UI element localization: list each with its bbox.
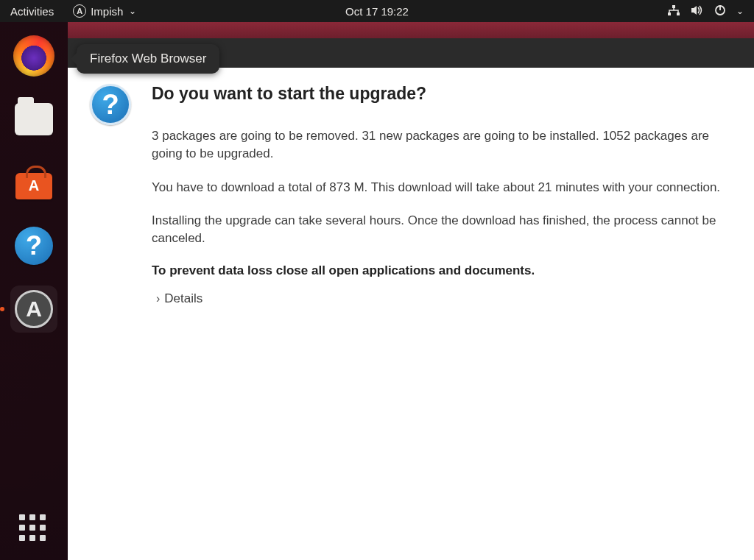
dock-item-software[interactable] [10,159,57,206]
details-expander[interactable]: › Details [152,291,202,306]
app-menu-label: Impish [91,5,123,18]
files-icon [15,103,53,135]
firefox-icon [13,35,54,77]
chevron-down-icon: ⌄ [736,6,744,16]
dialog-paragraph: Installing the upgrade can take several … [152,212,732,247]
dialog-warning: To prevent data loss close all open appl… [152,263,732,278]
details-label: Details [164,291,202,306]
system-status-area[interactable]: ⌄ [667,4,748,18]
dock-item-updater[interactable]: A [10,286,57,333]
dock: ? A [0,22,68,560]
chevron-down-icon: ⌄ [129,6,136,16]
software-updater-indicator-icon: A [73,4,86,18]
window-decoration-strip [68,22,754,38]
volume-icon [691,4,704,18]
software-updater-icon: A [15,290,53,328]
power-icon [714,4,726,18]
app-menu[interactable]: A Impish ⌄ [68,3,141,19]
upgrade-dialog-window: ? Do you want to start the upgrade? 3 pa… [68,22,754,560]
dialog-title: Do you want to start the upgrade? [152,84,732,104]
question-icon: ? [90,84,131,125]
dialog-paragraph: You have to download a total of 873 M. T… [152,179,732,196]
top-bar: Activities A Impish ⌄ Oct 17 19:22 [0,0,754,22]
dock-item-help[interactable]: ? [10,222,57,269]
help-icon: ? [15,227,53,265]
activities-button[interactable]: Activities [6,4,58,19]
svg-rect-0 [672,5,675,8]
show-applications-button[interactable] [19,514,49,544]
network-icon [667,5,680,17]
dialog-paragraph: 3 packages are going to be removed. 31 n… [152,127,732,163]
svg-rect-1 [668,13,671,15]
chevron-right-icon: › [156,292,160,305]
clock[interactable]: Oct 17 19:22 [345,5,409,18]
dialog-content: ? Do you want to start the upgrade? 3 pa… [68,68,754,480]
svg-rect-2 [677,13,680,15]
shopping-bag-icon [14,166,54,199]
dock-item-firefox[interactable] [10,32,57,79]
dock-tooltip: Firefox Web Browser [77,44,219,74]
dock-item-files[interactable] [10,96,57,143]
